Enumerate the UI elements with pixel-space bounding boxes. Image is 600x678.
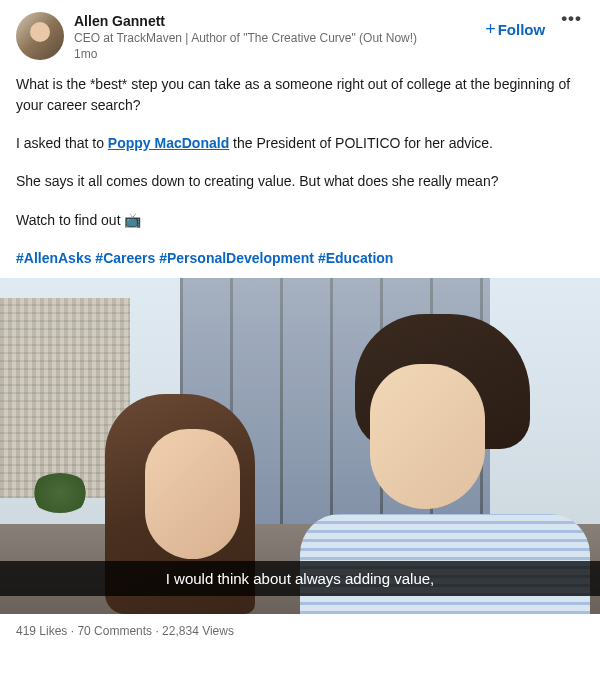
follow-label: Follow (498, 21, 546, 38)
author-name[interactable]: Allen Gannett (74, 12, 477, 30)
hashtags[interactable]: #AllenAsks #Careers #PersonalDevelopment… (16, 248, 584, 268)
content-paragraph: I asked that to Poppy MacDonald the Pres… (16, 133, 584, 153)
post-card: Allen Gannett CEO at TrackMaven | Author… (0, 0, 600, 650)
mention-link[interactable]: Poppy MacDonald (108, 135, 229, 151)
content-paragraph: She says it all comes down to creating v… (16, 171, 584, 191)
header-actions: + Follow ••• (485, 12, 584, 38)
content-paragraph: Watch to find out 📺 (16, 210, 584, 230)
follow-button[interactable]: + Follow (485, 12, 545, 38)
comments-count[interactable]: 70 Comments (77, 624, 152, 638)
author-headline: CEO at TrackMaven | Author of "The Creat… (74, 31, 477, 47)
video-caption: I would think about always adding value, (0, 561, 600, 596)
likes-count[interactable]: 419 Likes (16, 624, 67, 638)
overflow-menu-icon[interactable]: ••• (559, 10, 584, 27)
author-avatar[interactable] (16, 12, 64, 60)
text-post-mention: the President of POLITICO for her advice… (229, 135, 493, 151)
video-player[interactable]: I would think about always adding value, (0, 278, 600, 614)
plus-icon: + (485, 20, 496, 38)
post-stats: 419 Likes · 70 Comments · 22,834 Views (16, 614, 584, 642)
post-header: Allen Gannett CEO at TrackMaven | Author… (16, 12, 584, 62)
author-meta: Allen Gannett CEO at TrackMaven | Author… (74, 12, 477, 62)
post-timestamp: 1mo (74, 47, 477, 63)
text-pre-mention: I asked that to (16, 135, 108, 151)
views-count[interactable]: 22,834 Views (162, 624, 234, 638)
content-paragraph: What is the *best* step you can take as … (16, 74, 584, 115)
post-content: What is the *best* step you can take as … (16, 74, 584, 268)
